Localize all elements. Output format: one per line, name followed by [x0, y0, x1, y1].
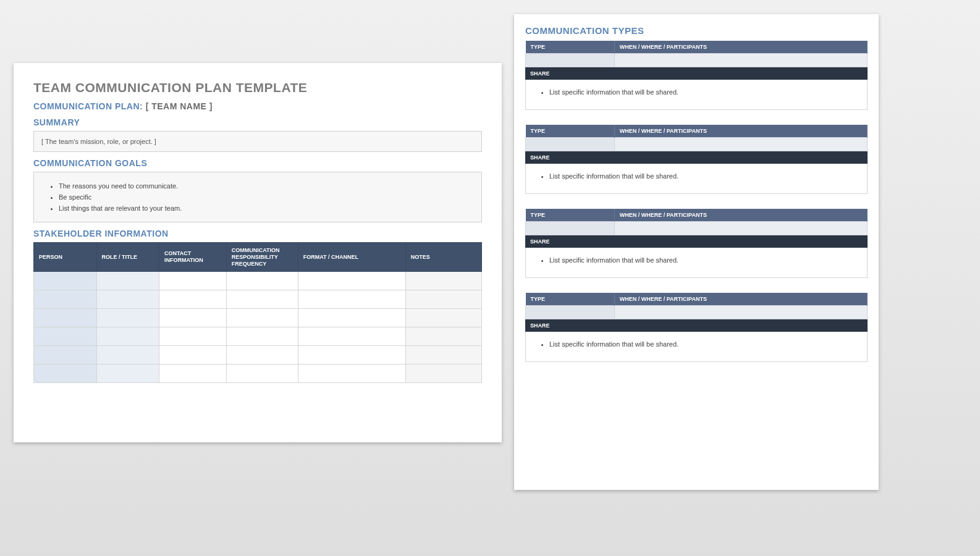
type-cell[interactable] — [526, 138, 615, 151]
col-responsibility: COMMUNICATION RESPONSIBILITY FREQUENCY — [226, 243, 298, 272]
col-contact: CONTACT INFORMATION — [159, 243, 227, 272]
table-cell[interactable] — [159, 327, 227, 346]
comm-blocks-container: TYPEWHEN / WHERE / PARTICIPANTSSHAREList… — [525, 41, 868, 362]
type-cell[interactable] — [526, 306, 615, 319]
table-cell[interactable] — [96, 346, 159, 364]
comm-types-heading: COMMUNICATION TYPES — [525, 25, 868, 36]
table-cell[interactable] — [34, 346, 97, 364]
share-list: List specific information that will be s… — [532, 88, 861, 96]
table-cell[interactable] — [34, 309, 97, 327]
table-cell[interactable] — [405, 364, 481, 383]
table-cell[interactable] — [405, 309, 481, 327]
share-item: List specific information that will be s… — [549, 88, 861, 96]
table-cell[interactable] — [34, 364, 97, 383]
table-cell[interactable] — [34, 327, 97, 346]
plan-heading: COMMUNICATION PLAN: [ TEAM NAME ] — [33, 101, 482, 111]
table-cell[interactable] — [34, 290, 97, 309]
stakeholder-header-row: PERSON ROLE / TITLE CONTACT INFORMATION … — [34, 243, 482, 272]
table-cell[interactable] — [298, 290, 405, 309]
table-cell[interactable] — [226, 272, 298, 290]
page-left: TEAM COMMUNICATION PLAN TEMPLATE COMMUNI… — [14, 63, 502, 442]
table-cell[interactable] — [159, 364, 227, 383]
col-when: WHEN / WHERE / PARTICIPANTS — [614, 293, 867, 306]
table-cell[interactable] — [34, 272, 97, 290]
table-cell[interactable] — [159, 309, 227, 327]
comm-type-block: TYPEWHEN / WHERE / PARTICIPANTSSHAREList… — [525, 209, 868, 278]
table-cell[interactable] — [405, 327, 481, 346]
table-row — [34, 272, 482, 290]
table-cell[interactable] — [298, 327, 405, 346]
table-cell[interactable] — [298, 364, 405, 383]
page-right: COMMUNICATION TYPES TYPEWHEN / WHERE / P… — [514, 14, 879, 490]
col-format: FORMAT / CHANNEL — [298, 243, 405, 272]
when-cell[interactable] — [614, 222, 867, 235]
table-row — [34, 364, 482, 383]
type-cell[interactable] — [526, 222, 615, 235]
table-cell[interactable] — [159, 346, 227, 364]
comm-type-header-row: TYPEWHEN / WHERE / PARTICIPANTS — [526, 41, 868, 54]
table-cell[interactable] — [159, 290, 227, 309]
col-person: PERSON — [34, 243, 97, 272]
goals-heading: COMMUNICATION GOALS — [33, 158, 482, 168]
comm-type-table: TYPEWHEN / WHERE / PARTICIPANTS — [525, 293, 868, 319]
share-bar: SHARE — [525, 319, 868, 332]
table-cell[interactable] — [96, 364, 159, 383]
table-cell[interactable] — [96, 272, 159, 290]
col-type: TYPE — [526, 125, 615, 138]
when-cell[interactable] — [614, 306, 867, 319]
summary-box[interactable]: [ The team's mission, role, or project. … — [33, 131, 482, 152]
table-cell[interactable] — [405, 272, 481, 290]
table-cell[interactable] — [226, 309, 298, 327]
summary-heading: SUMMARY — [33, 117, 482, 127]
when-cell[interactable] — [614, 138, 867, 151]
summary-text: [ The team's mission, role, or project. … — [41, 138, 156, 145]
table-cell[interactable] — [226, 327, 298, 346]
col-type: TYPE — [526, 41, 615, 54]
comm-type-block: TYPEWHEN / WHERE / PARTICIPANTSSHAREList… — [525, 125, 868, 194]
goals-box[interactable]: The reasons you need to communicate. Be … — [33, 172, 482, 222]
comm-type-input-row — [526, 222, 868, 235]
team-name: [ TEAM NAME ] — [146, 101, 213, 111]
document-title: TEAM COMMUNICATION PLAN TEMPLATE — [33, 80, 482, 95]
plan-label: COMMUNICATION PLAN: — [33, 101, 143, 111]
stakeholder-body — [34, 272, 482, 383]
col-when: WHEN / WHERE / PARTICIPANTS — [614, 41, 867, 54]
comm-type-table: TYPEWHEN / WHERE / PARTICIPANTS — [525, 209, 868, 235]
comm-type-input-row — [526, 306, 868, 319]
table-cell[interactable] — [96, 327, 159, 346]
share-body[interactable]: List specific information that will be s… — [525, 164, 868, 194]
col-when: WHEN / WHERE / PARTICIPANTS — [614, 125, 867, 138]
comm-type-input-row — [526, 54, 868, 67]
col-notes: NOTES — [405, 243, 481, 272]
table-row — [34, 327, 482, 346]
share-list: List specific information that will be s… — [532, 340, 861, 348]
table-cell[interactable] — [405, 346, 481, 364]
table-cell[interactable] — [298, 346, 405, 364]
share-item: List specific information that will be s… — [549, 172, 861, 180]
share-bar: SHARE — [525, 67, 868, 80]
table-cell[interactable] — [405, 290, 481, 309]
share-list: List specific information that will be s… — [532, 172, 861, 180]
share-body[interactable]: List specific information that will be s… — [525, 80, 868, 110]
table-cell[interactable] — [96, 309, 159, 327]
col-role: ROLE / TITLE — [96, 243, 159, 272]
comm-type-header-row: TYPEWHEN / WHERE / PARTICIPANTS — [526, 125, 868, 138]
table-cell[interactable] — [298, 309, 405, 327]
table-cell[interactable] — [298, 272, 405, 290]
table-cell[interactable] — [159, 272, 227, 290]
share-body[interactable]: List specific information that will be s… — [525, 332, 868, 362]
share-item: List specific information that will be s… — [549, 256, 861, 264]
table-cell[interactable] — [96, 290, 159, 309]
table-cell[interactable] — [226, 290, 298, 309]
goals-list: The reasons you need to communicate. Be … — [45, 182, 470, 212]
table-cell[interactable] — [226, 346, 298, 364]
when-cell[interactable] — [614, 54, 867, 67]
stakeholder-heading: STAKEHOLDER INFORMATION — [33, 229, 482, 238]
type-cell[interactable] — [526, 54, 615, 67]
table-row — [34, 290, 482, 309]
share-bar: SHARE — [525, 235, 868, 248]
comm-type-block: TYPEWHEN / WHERE / PARTICIPANTSSHAREList… — [525, 293, 868, 362]
table-cell[interactable] — [226, 364, 298, 383]
share-body[interactable]: List specific information that will be s… — [525, 248, 868, 278]
goal-item: Be specific — [59, 193, 470, 201]
